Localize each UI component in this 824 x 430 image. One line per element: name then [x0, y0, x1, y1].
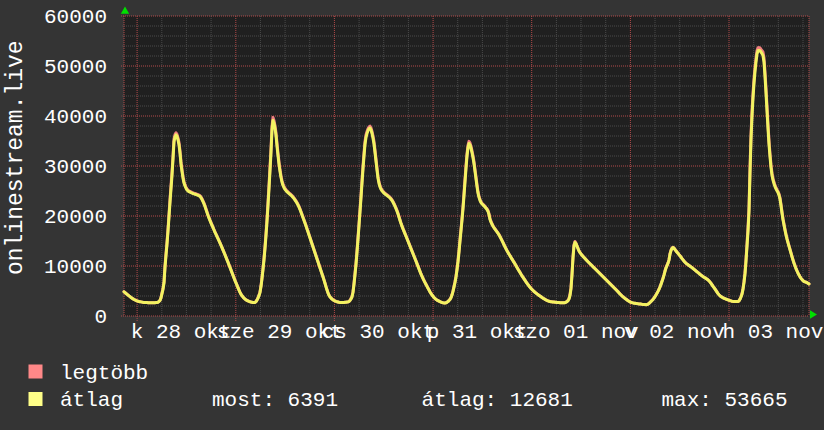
svg-text:cs 30 okt: cs 30 okt: [322, 321, 435, 344]
svg-text:60000: 60000: [44, 6, 107, 29]
svg-text:átlag: 12681: átlag: 12681: [422, 389, 573, 412]
svg-text:most: 6391: most: 6391: [212, 389, 338, 412]
svg-text:30000: 30000: [44, 156, 107, 179]
svg-text:10000: 10000: [44, 256, 107, 279]
svg-text:legtöbb: legtöbb: [60, 362, 148, 385]
svg-text:onlinestream.live: onlinestream.live: [3, 40, 29, 275]
svg-text:50000: 50000: [44, 56, 107, 79]
svg-text:0: 0: [94, 306, 107, 329]
svg-text:átlag: átlag: [60, 389, 123, 412]
svg-text:max: 53665: max: 53665: [662, 389, 788, 412]
svg-text:szo 01 nov: szo 01 nov: [513, 321, 639, 344]
svg-text:h 03 nov: h 03 nov: [723, 321, 824, 344]
svg-text:20000: 20000: [44, 206, 107, 229]
svg-text:40000: 40000: [44, 106, 107, 129]
svg-text:v 02 nov: v 02 nov: [624, 321, 725, 344]
